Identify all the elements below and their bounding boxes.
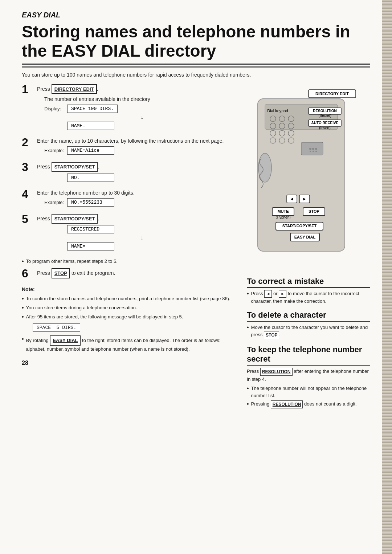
step-3-indent: NO.= (44, 174, 240, 182)
title-underline (22, 66, 370, 68)
step-5-display-row2: NAME= (44, 242, 240, 250)
step-5: 5 Press START/COPY/SET. REGISTERED ↓ NAM… (22, 214, 240, 252)
note-text-2: You can store items during a telephone c… (26, 304, 137, 311)
directory-edit-btn-step1: DIRECTORY EDIT (52, 84, 97, 94)
svg-text:AUTO RECEIVE: AUTO RECEIVE (311, 121, 339, 125)
step-3-content: Press START/COPY/SET. NO.= (37, 162, 240, 183)
step-5-text: Press START/COPY/SET. (37, 214, 240, 224)
note-text-3: After 95 items are stored, the following… (26, 313, 183, 321)
step-4-indent: Example: NO.=5552233 (44, 198, 240, 207)
left-arrow-btn: ◄ (264, 290, 272, 298)
tip-correct-mistake: To correct a mistake • Press ◄ or ► to m… (247, 277, 370, 305)
note-item-4: • By rotating EASY DIAL to the right, st… (22, 335, 240, 353)
tip-delete-title: To delete a character (247, 310, 370, 322)
step-6-content: Press STOP to exit the program. (37, 268, 240, 278)
note-section: Note: • To confirm the stored names and … (22, 286, 240, 353)
svg-point-27 (310, 151, 311, 152)
display-box-3: NO.= (67, 174, 114, 182)
step-6-text: Press STOP to exit the program. (37, 268, 240, 278)
step-1-indent: The number of entries available in the d… (44, 95, 240, 130)
step-2-content: Enter the name, up to 10 characters, by … (37, 137, 240, 156)
note-dot-1: • (22, 295, 24, 303)
step-1: 1 Press DIRECTORY EDIT. The number of en… (22, 84, 240, 132)
note-bullets: • To confirm the stored names and teleph… (22, 295, 240, 321)
tip-correct-content: • Press ◄ or ► to move the cursor to the… (247, 290, 370, 305)
display-label-2: Example: (44, 148, 64, 153)
tip-secret-title: To keep the telephone number secret (247, 345, 370, 366)
step-5-indent: REGISTERED ↓ NAME= (44, 225, 240, 250)
note-bullets-2: • By rotating EASY DIAL to the right, st… (22, 335, 240, 353)
note-dot-3: • (22, 313, 24, 321)
bullet-after-steps: • To program other items, repeat steps 2… (22, 258, 240, 265)
note-item-3: • After 95 items are stored, the followi… (22, 313, 240, 321)
svg-point-25 (312, 148, 314, 150)
right-column: DIRECTORY EDIT RESOLUTION (Secret) AUTO … (247, 84, 370, 410)
tip-delete-text: Move the cursor to the character you wan… (251, 324, 370, 339)
step-5-display-row1: REGISTERED (44, 225, 240, 233)
phone-svg: DIRECTORY EDIT RESOLUTION (Secret) AUTO … (247, 88, 363, 269)
section-label: EASY DIAL (22, 11, 370, 19)
left-column: 1 Press DIRECTORY EDIT. The number of en… (22, 84, 240, 410)
step-2-number: 2 (22, 137, 33, 148)
svg-text:STOP: STOP (309, 209, 319, 213)
svg-text:Dial keypad: Dial keypad (267, 109, 288, 113)
note-text-4: By rotating EASY DIAL to the right, stor… (26, 335, 240, 353)
tip-secret-dot-1: • (247, 385, 249, 392)
step-3: 3 Press START/COPY/SET. NO.= (22, 162, 240, 183)
display-box-2: NAME=Alice (67, 146, 114, 155)
tip-correct-title: To correct a mistake (247, 277, 370, 288)
step-1-text: Press DIRECTORY EDIT. (37, 84, 240, 94)
step-4-number: 4 (22, 188, 33, 200)
tip-secret-content: Press RESOLUTION after entering the tele… (247, 368, 370, 409)
svg-text:EASY DIAL: EASY DIAL (294, 235, 316, 239)
resolution-btn-secret: RESOLUTION (260, 368, 293, 376)
step-3-number: 3 (22, 161, 33, 173)
bullet-text-repeat: To program other items, repeat steps 2 t… (26, 258, 118, 265)
space-display-box: SPACE= 5 DIRS. (33, 323, 80, 332)
main-title: Storing names and telephone numbers in t… (22, 22, 370, 65)
arrow-down-5: ↓ (44, 235, 240, 241)
step-4-text: Enter the telephone number up to 30 digi… (37, 189, 240, 197)
tip-secret-item-1: • The telephone number will not appear o… (247, 385, 370, 399)
svg-point-24 (309, 148, 311, 150)
display-box-5a: REGISTERED (67, 225, 114, 233)
step-6-number: 6 (22, 268, 33, 279)
step-1-sub: The number of entries available in the d… (44, 95, 240, 103)
tip-secret-item-2: • Pressing RESOLUTION does not count as … (247, 400, 370, 408)
svg-point-29 (315, 151, 317, 152)
display-box-5b: NAME= (67, 242, 114, 250)
step-4-content: Enter the telephone number up to 30 digi… (37, 189, 240, 208)
display-box-4: NO.=5552233 (67, 198, 114, 207)
step-4-display-row: Example: NO.=5552233 (44, 198, 240, 207)
step-1-display-row2: NAME= (44, 122, 240, 130)
start-copy-set-btn-step3: START/COPY/SET (52, 162, 98, 172)
svg-point-30 (258, 153, 271, 182)
right-arrow-btn: ► (279, 290, 286, 298)
note-title: Note: (22, 286, 240, 292)
step-1-display-row1: Display: SPACE=100 DIRS. (44, 105, 240, 113)
page-number: 28 (22, 360, 240, 366)
step-2-display-row: Example: NAME=Alice (44, 146, 240, 155)
step-2: 2 Enter the name, up to 10 characters, b… (22, 137, 240, 156)
step-3-text: Press START/COPY/SET. (37, 162, 240, 172)
svg-text:(Secret): (Secret) (318, 114, 331, 118)
tip-secret-dot-2: • (247, 400, 249, 408)
tip-correct-dot: • (247, 290, 249, 298)
svg-text:DIRECTORY EDIT: DIRECTORY EDIT (315, 91, 349, 96)
step-1-number: 1 (22, 83, 33, 95)
tip-delete-item: • Move the cursor to the character you w… (247, 324, 370, 339)
tip-secret: To keep the telephone number secret Pres… (247, 345, 370, 409)
bullet-repeat-steps: • To program other items, repeat steps 2… (22, 258, 240, 265)
svg-text:(Hyphen): (Hyphen) (275, 215, 290, 219)
tip-correct-text: Press ◄ or ► to move the cursor to the i… (251, 290, 370, 305)
svg-text:◄: ◄ (290, 196, 294, 201)
page: EASY DIAL Storing names and telephone nu… (0, 0, 392, 554)
step-2-text: Enter the name, up to 10 characters, by … (37, 137, 240, 145)
svg-text:RESOLUTION: RESOLUTION (313, 109, 337, 113)
svg-text:(Insert): (Insert) (319, 126, 331, 130)
resolution-btn-secret2: RESOLUTION (271, 400, 303, 408)
note-item-1: • To confirm the stored names and teleph… (22, 295, 240, 303)
step-4: 4 Enter the telephone number up to 30 di… (22, 189, 240, 208)
tip-delete-dot: • (247, 324, 249, 331)
svg-text:MUTE: MUTE (277, 209, 289, 213)
